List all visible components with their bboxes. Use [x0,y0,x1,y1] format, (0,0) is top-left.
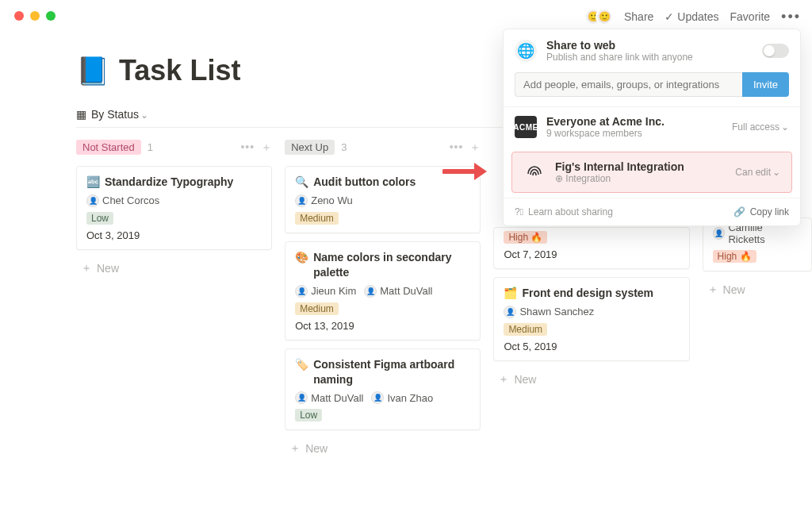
avatar-icon: 👤 [364,285,377,298]
updates-button[interactable]: ✓ Updates [665,10,718,23]
add-card-button[interactable]: ＋New [285,438,481,459]
copy-link-button[interactable]: Copy link [750,206,789,217]
workspace-badge-icon: ACME [515,116,537,138]
minimize-window-button[interactable] [30,11,40,21]
priority-tag: Medium [504,323,547,336]
card-title: Name colors in secondary palette [313,250,470,280]
invite-input[interactable] [515,72,742,97]
chevron-down-icon: ⌄ [772,167,780,178]
updates-label: Updates [677,10,718,23]
column-header: Next Up 3 ••• ＋ [285,137,481,158]
page-icon[interactable]: 📘 [76,55,109,87]
avatar-icon: 👤 [295,194,308,207]
share-member-row-integration[interactable]: Fig's Internal Integration ⊕ Integration… [511,152,792,193]
status-pill[interactable]: Not Started [76,140,141,155]
column-add-icon[interactable]: ＋ [469,140,481,155]
task-card[interactable]: 🏷️ Consistent Figma artboard naming 👤Mat… [285,348,481,431]
card-date: Oct 5, 2019 [504,341,679,352]
close-window-button[interactable] [14,11,24,21]
plus-icon: ＋ [81,261,92,275]
svg-marker-1 [474,163,487,180]
integration-subtitle: ⊕ Integration [555,173,684,184]
share-web-toggle[interactable] [762,44,789,58]
permission-selector[interactable]: Can edit⌄ [735,167,780,178]
assignee-name: Chet Corcos [102,194,159,206]
view-selector[interactable]: ▦ By Status [76,108,148,121]
check-icon: ✓ [665,10,674,23]
card-date: Oct 3, 2019 [86,229,262,241]
add-card-button[interactable]: ＋New [76,258,272,279]
card-icon: 🎨 [295,250,308,265]
globe-icon: 🌐 [515,40,537,62]
share-panel: 🌐 Share to web Publish and share link wi… [503,29,801,226]
integration-title: Fig's Internal Integration [555,160,684,173]
more-menu-button[interactable]: ••• [781,9,801,25]
invite-button[interactable]: Invite [742,72,789,97]
invite-row: Invite [504,72,800,106]
member-subtitle: 9 workspace members [546,128,665,139]
assignee-name: Matt DuVall [311,392,363,404]
column-more-icon[interactable]: ••• [450,140,464,155]
column-more-icon[interactable]: ••• [240,140,255,155]
topbar: 🙂 🙂 Share ✓ Updates Favorite ••• [584,8,801,25]
column-add-icon[interactable]: ＋ [261,140,272,155]
card-date: Oct 7, 2019 [504,248,679,260]
favorite-button[interactable]: Favorite [730,10,771,23]
avatar-icon: 👤 [295,391,308,404]
add-card-button[interactable]: ＋New [703,279,812,300]
avatar-icon: 👤 [371,391,384,404]
plus-icon: ＋ [707,283,718,297]
presence-avatars[interactable]: 🙂 🙂 [584,8,613,25]
column-header: Not Started 1 ••• ＋ [76,137,272,158]
assignee-name: Matt DuVall [380,285,432,297]
status-pill[interactable]: Next Up [285,140,335,155]
view-name: By Status [91,108,148,121]
assignee-name: Shawn Sanchez [519,306,594,318]
task-card[interactable]: 🎨 Name colors in secondary palette 👤Jieu… [285,241,481,341]
assignee-name: Zeno Wu [311,194,353,206]
chevron-down-icon: ⌄ [781,121,789,133]
card-icon: 🔤 [86,175,100,190]
priority-tag: Medium [295,302,339,315]
card-date: Oct 13, 2019 [295,320,470,332]
priority-tag: High 🔥 [713,250,756,263]
priority-tag: High 🔥 [504,231,547,244]
member-title: Everyone at Acme Inc. [546,115,665,128]
task-card[interactable]: 🗂️ Front end design system 👤Shawn Sanche… [493,277,689,361]
avatar-icon: 👤 [504,306,516,318]
new-label: New [305,442,327,455]
share-member-row-everyone[interactable]: ACME Everyone at Acme Inc. 9 workspace m… [504,106,800,147]
column-count: 3 [341,141,347,153]
share-to-web-row: 🌐 Share to web Publish and share link wi… [504,29,800,72]
link-icon: 🔗 [733,206,745,217]
permission-selector[interactable]: Full access⌄ [732,121,789,133]
avatar: 🙂 [596,8,613,25]
maximize-window-button[interactable] [46,11,56,21]
card-title: Consistent Figma artboard naming [313,357,470,387]
column-count: 1 [147,141,153,153]
share-button[interactable]: Share [624,10,653,23]
learn-sharing-link[interactable]: Learn about sharing [528,206,613,217]
card-icon: 🏷️ [295,357,308,372]
new-label: New [97,262,119,275]
avatar-icon: 👤 [713,227,726,240]
share-web-subtitle: Publish and share link with anyone [546,52,693,63]
new-label: New [723,283,745,296]
page-title[interactable]: Task List [119,54,240,87]
plus-circle-icon: ⊕ [555,173,563,184]
card-title: Front end design system [522,286,653,301]
help-icon: ?⃝ [515,206,523,217]
board-icon: ▦ [76,108,86,121]
assignee-name: Jieun Kim [311,285,356,297]
add-card-button[interactable]: ＋New [493,369,689,390]
priority-tag: Low [86,212,113,225]
assignee-name: Ivan Zhao [387,392,433,404]
task-card[interactable]: High 🔥 Oct 7, 2019 [493,227,689,269]
card-title: Audit button colors [313,175,416,190]
card-icon: 🔍 [295,175,308,190]
priority-tag: Medium [295,212,339,225]
fingerprint-icon [523,161,546,183]
plus-icon: ＋ [498,372,509,387]
page-header: 📘 Task List [76,54,240,87]
task-card[interactable]: 🔤 Standardize Typography 👤Chet Corcos Lo… [76,166,272,250]
